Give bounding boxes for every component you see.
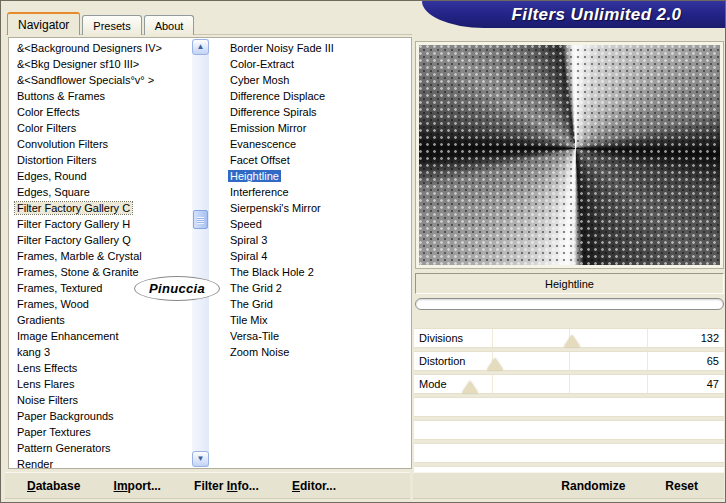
scroll-down-icon[interactable]: ▼	[192, 451, 209, 467]
filter-preview-image[interactable]	[419, 45, 720, 265]
slider-tick	[647, 375, 648, 393]
category-item[interactable]: Filter Factory Gallery Q	[9, 232, 191, 248]
category-item[interactable]: Pattern Generators	[9, 440, 191, 456]
category-item[interactable]: Distortion Filters	[9, 152, 191, 168]
slider-tick	[492, 329, 493, 347]
category-item-label: Frames, Wood	[15, 298, 91, 310]
category-item[interactable]: Lens Flares	[9, 376, 191, 392]
category-item[interactable]: &<Sandflower Specials°v° >	[9, 72, 191, 88]
category-scrollbar[interactable]: ▲ ▼	[192, 39, 209, 467]
tab-presets-label: Presets	[93, 20, 130, 32]
category-item[interactable]: Edges, Round	[9, 168, 191, 184]
tab-about[interactable]: About	[144, 15, 195, 35]
category-item[interactable]: Paper Backgrounds	[9, 408, 191, 424]
category-item[interactable]: &<Background Designers IV>	[9, 40, 191, 56]
category-item-label: &<Bkg Designer sf10 III>	[15, 58, 141, 70]
filter-item[interactable]: Difference Spirals	[222, 104, 408, 120]
filter-item[interactable]: Border Noisy Fade III	[222, 40, 408, 56]
category-item[interactable]: Noise Filters	[9, 392, 191, 408]
filter-item[interactable]: Speed	[222, 216, 408, 232]
category-item[interactable]: Color Filters	[9, 120, 191, 136]
filter-item[interactable]: Evanescence	[222, 136, 408, 152]
slider-value: 47	[707, 378, 719, 390]
tab-presets[interactable]: Presets	[82, 15, 141, 35]
filter-item[interactable]: Zoom Noise	[222, 344, 408, 360]
category-item[interactable]: Lens Effects	[9, 360, 191, 376]
filter-item[interactable]: The Grid	[222, 296, 408, 312]
filter-item-label: Zoom Noise	[228, 346, 291, 358]
filter-item-label: Tile Mix	[228, 314, 269, 326]
filter-item[interactable]: Emission Mirror	[222, 120, 408, 136]
footer-right-toolbar: RandomizeReset	[413, 472, 724, 499]
filter-item-label: Heightline	[228, 170, 281, 182]
filter-item[interactable]: Color-Extract	[222, 56, 408, 72]
filter-item[interactable]: The Grid 2	[222, 280, 408, 296]
filter-list: Border Noisy Fade IIIColor-ExtractCyber …	[222, 40, 408, 360]
category-item-label: Paper Backgrounds	[15, 410, 116, 422]
slider-thumb[interactable]	[487, 358, 503, 370]
filter-item[interactable]: The Black Hole 2	[222, 264, 408, 280]
category-item[interactable]: Gradients	[9, 312, 191, 328]
slider-row: Divisions132	[414, 328, 724, 348]
filter-item-label: The Black Hole 2	[228, 266, 316, 278]
slider-label: Distortion	[419, 355, 465, 367]
filter-item[interactable]: Spiral 4	[222, 248, 408, 264]
filter-item-label: Evanescence	[228, 138, 298, 150]
progress-bar	[415, 298, 724, 310]
scrollbar-thumb[interactable]	[193, 210, 208, 229]
category-item-label: Edges, Round	[15, 170, 89, 182]
category-item-label: Color Filters	[15, 122, 78, 134]
filter-item[interactable]: Heightline	[222, 168, 408, 184]
category-item-label: Frames, Marble & Crystal	[15, 250, 144, 262]
category-item[interactable]: Filter Factory Gallery H	[9, 216, 191, 232]
filter-item[interactable]: Interference	[222, 184, 408, 200]
category-item[interactable]: Edges, Square	[9, 184, 191, 200]
category-item[interactable]: &<Bkg Designer sf10 III>	[9, 56, 191, 72]
filter-item-label: Spiral 3	[228, 234, 269, 246]
category-item[interactable]: Render	[9, 456, 191, 469]
category-item-label: &<Background Designers IV>	[15, 42, 164, 54]
scroll-up-icon[interactable]: ▲	[192, 39, 209, 55]
filter-item[interactable]: Facet Offset	[222, 152, 408, 168]
slider-label: Mode	[419, 378, 447, 390]
filter-item[interactable]: Spiral 3	[222, 232, 408, 248]
category-item[interactable]: Paper Textures	[9, 424, 191, 440]
reset-button[interactable]: Reset	[665, 479, 698, 493]
category-item[interactable]: kang 3	[9, 344, 191, 360]
tab-navigator[interactable]: Navigator	[7, 12, 80, 35]
category-item[interactable]: Filter Factory Gallery C	[9, 200, 191, 216]
randomize-button[interactable]: Randomize	[561, 479, 625, 493]
category-item-label: &<Sandflower Specials°v° >	[15, 74, 156, 86]
category-item-label: Paper Textures	[15, 426, 93, 438]
category-item-label: Color Effects	[15, 106, 82, 118]
category-item-label: Pattern Generators	[15, 442, 113, 454]
slider-row: Mode47	[414, 374, 724, 394]
filter-info-button[interactable]: Filter Info...	[194, 479, 259, 493]
editor-button[interactable]: Editor...	[292, 479, 336, 493]
category-item[interactable]: Frames, Marble & Crystal	[9, 248, 191, 264]
category-item-label: Filter Factory Gallery Q	[15, 234, 133, 246]
tab-about-label: About	[155, 20, 184, 32]
slider-tick	[647, 329, 648, 347]
filter-item[interactable]: Sierpenski's Mirror	[222, 200, 408, 216]
slider-thumb[interactable]	[564, 335, 580, 347]
filter-item[interactable]: Cyber Mosh	[222, 72, 408, 88]
filter-item[interactable]: Tile Mix	[222, 312, 408, 328]
category-item[interactable]: Color Effects	[9, 104, 191, 120]
category-item-label: Gradients	[15, 314, 67, 326]
slider-tick	[647, 352, 648, 370]
watermark-text: Pinuccia	[149, 281, 205, 296]
filter-item[interactable]: Versa-Tile	[222, 328, 408, 344]
app-title: Filters Unlimited 2.0	[466, 5, 682, 25]
category-item-label: Frames, Textured	[15, 282, 104, 294]
filter-item-label: Speed	[228, 218, 264, 230]
filter-item[interactable]: Difference Displace	[222, 88, 408, 104]
import-button[interactable]: Import...	[114, 479, 161, 493]
category-item[interactable]: Convolution Filters	[9, 136, 191, 152]
category-item[interactable]: Image Enhancement	[9, 328, 191, 344]
filters-unlimited-dialog: Filters Unlimited 2.0 Navigator Presets …	[0, 0, 726, 503]
slider-thumb[interactable]	[462, 381, 478, 393]
filter-item-label: Facet Offset	[228, 154, 292, 166]
database-button[interactable]: Database	[27, 479, 80, 493]
category-item[interactable]: Buttons & Frames	[9, 88, 191, 104]
